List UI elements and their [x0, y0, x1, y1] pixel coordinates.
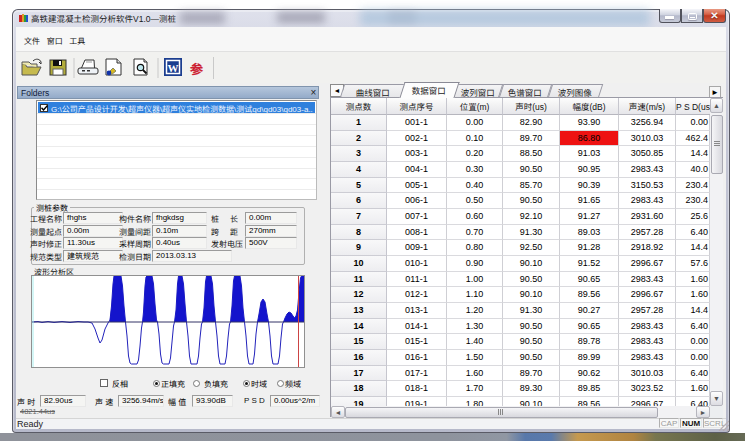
svg-text:W: W — [168, 62, 179, 74]
